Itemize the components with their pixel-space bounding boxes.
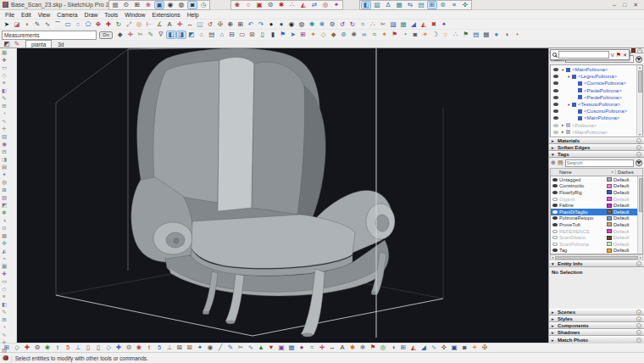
crate-icon[interactable]: ⊠ bbox=[247, 31, 258, 39]
visibility-eye-icon[interactable] bbox=[553, 68, 558, 71]
tag-dashes-value[interactable]: Default bbox=[613, 215, 637, 221]
diamond-tool-icon[interactable]: ◆ bbox=[115, 31, 125, 39]
snowb-icon[interactable]: ❄ bbox=[358, 343, 368, 352]
quarter-icon[interactable]: ◔ bbox=[512, 31, 522, 39]
gear-c-icon[interactable]: ⚙ bbox=[124, 343, 134, 352]
circle-icon[interactable]: ○ bbox=[73, 20, 83, 29]
tag-row[interactable]: GigantiDefault bbox=[551, 196, 637, 203]
camera-icon[interactable]: ◙ bbox=[187, 1, 197, 9]
tag-dashes-value[interactable]: Default bbox=[613, 242, 637, 247]
panel-header-scenes[interactable]: ▸ Scenes • bbox=[549, 309, 644, 316]
arrow-up-icon[interactable]: ▲ bbox=[256, 343, 266, 352]
spray-icon[interactable]: ∴ bbox=[287, 1, 297, 9]
tag-visibility-eye-icon[interactable] bbox=[552, 184, 558, 187]
next-view-icon[interactable]: ↷ bbox=[256, 20, 266, 29]
tag-row[interactable]: ProveTuftDefault bbox=[551, 221, 637, 228]
search-close-icon[interactable]: ✕ bbox=[623, 52, 627, 58]
delete-x-icon[interactable]: ✖ bbox=[429, 20, 439, 29]
outliner-item[interactable]: <MainPoltrona> bbox=[551, 114, 636, 121]
starc-icon[interactable]: ✱ bbox=[347, 343, 358, 352]
left-wave-icon[interactable]: ∿ bbox=[0, 118, 8, 126]
materials-detach-button[interactable]: • bbox=[636, 138, 641, 143]
ramp-icon[interactable]: ◢ bbox=[408, 20, 419, 29]
left-half-icon[interactable]: ◧ bbox=[0, 87, 8, 95]
gem-icon[interactable]: ◇ bbox=[319, 31, 329, 39]
tag-row[interactable]: ConstructioDefault bbox=[551, 183, 637, 190]
brush-icon[interactable]: ✎ bbox=[146, 31, 156, 39]
pointer-b-icon[interactable]: ➤ bbox=[288, 31, 298, 39]
menu-help[interactable]: Help bbox=[184, 12, 203, 18]
tag-color-swatch[interactable] bbox=[607, 177, 612, 182]
perp-icon[interactable]: ⊥ bbox=[73, 343, 83, 352]
soften-detach-button[interactable]: • bbox=[636, 145, 641, 150]
clock-icon[interactable]: ◷ bbox=[198, 1, 208, 9]
left-dense-icon[interactable]: ▩ bbox=[0, 232, 8, 240]
tag-visibility-eye-icon[interactable] bbox=[552, 204, 558, 207]
tape-measure-icon[interactable]: ⊢ bbox=[144, 20, 154, 29]
burst-icon[interactable]: ✱ bbox=[276, 1, 286, 9]
flip-icon[interactable]: ⇆ bbox=[405, 1, 415, 9]
outliner-item[interactable]: <CornicePoltrona> bbox=[551, 80, 636, 87]
previous-view-icon[interactable]: ↶ bbox=[246, 20, 256, 29]
scatter-icon[interactable]: ∴ bbox=[368, 20, 378, 29]
tag-color-swatch[interactable] bbox=[607, 190, 612, 194]
layers2-icon[interactable]: ▤ bbox=[471, 31, 481, 39]
frame-icon[interactable]: ▯ bbox=[258, 31, 268, 39]
tag-dashes-value[interactable]: Default bbox=[613, 197, 637, 202]
left-corner-icon[interactable]: ◩ bbox=[0, 202, 8, 209]
chip-icon[interactable]: ⊞ bbox=[427, 1, 437, 9]
plus2-icon[interactable]: ✚ bbox=[114, 343, 124, 352]
protractor-icon[interactable]: ∡ bbox=[154, 20, 164, 29]
left-cross2-icon[interactable]: ✜ bbox=[0, 240, 8, 248]
left-pie-icon[interactable]: ◔ bbox=[0, 110, 8, 118]
funnel-drop-icon[interactable]: ∇ bbox=[156, 31, 166, 39]
paint-flower-icon[interactable]: ❀ bbox=[232, 1, 242, 9]
tag-color-swatch[interactable] bbox=[607, 184, 612, 188]
visibility-eye-icon[interactable] bbox=[553, 131, 558, 134]
minimize-button[interactable]: – bbox=[613, 2, 616, 8]
outliner-detach-button[interactable]: • bbox=[637, 48, 642, 53]
squig-icon[interactable]: ≈ bbox=[307, 343, 317, 352]
tag-color-swatch[interactable] bbox=[607, 222, 612, 226]
push-pull-icon[interactable]: ✥ bbox=[93, 20, 103, 29]
dimension-icon[interactable]: ↔ bbox=[185, 20, 195, 29]
round-icon[interactable]: ● bbox=[491, 31, 502, 39]
thumb-icon[interactable]: ✦ bbox=[308, 31, 319, 39]
tag-visibility-eye-icon[interactable] bbox=[552, 191, 558, 194]
visibility-eye-icon[interactable] bbox=[553, 116, 558, 120]
panel-header-tags[interactable]: ▾ Tags • bbox=[549, 151, 644, 158]
quad-blue-icon[interactable]: ◧ bbox=[361, 1, 371, 9]
five2-icon[interactable]: 5 bbox=[154, 343, 164, 352]
tag-dashes-value[interactable]: Default bbox=[613, 235, 637, 240]
outliner-item[interactable]: <PiedePoltrona> bbox=[551, 94, 636, 101]
axes-mini-icon[interactable]: ◩ bbox=[2, 40, 12, 47]
tag-visibility-eye-icon[interactable] bbox=[552, 198, 558, 201]
visibility-eye-icon[interactable] bbox=[553, 75, 558, 78]
column-dashes[interactable]: Dashes bbox=[615, 170, 642, 175]
selection-frame-icon[interactable]: ⊞ bbox=[132, 1, 142, 9]
hook-icon[interactable]: ∿ bbox=[246, 343, 256, 352]
tag-visibility-eye-icon[interactable] bbox=[552, 210, 558, 214]
house-icon[interactable]: ⌂ bbox=[197, 31, 207, 39]
left-list-icon[interactable]: ≡ bbox=[0, 80, 8, 87]
visibility-eye-icon[interactable] bbox=[553, 109, 558, 113]
tag-row[interactable]: FallineDefault bbox=[551, 202, 637, 209]
tab-3d[interactable]: 3d bbox=[52, 40, 69, 47]
tags-detach-button[interactable]: • bbox=[636, 152, 641, 157]
loop-right-icon[interactable]: ↻ bbox=[347, 20, 358, 29]
textb-icon[interactable]: A bbox=[337, 343, 347, 352]
handb-icon[interactable]: ✠ bbox=[480, 343, 490, 352]
axes-icon[interactable]: ✛ bbox=[175, 20, 185, 29]
pyramid-icon[interactable]: ∆ bbox=[383, 1, 393, 9]
tag-dashes-value[interactable]: Default bbox=[613, 183, 637, 188]
shadow-sphere-icon[interactable]: ● bbox=[266, 20, 276, 29]
bulb-icon[interactable]: ○ bbox=[441, 31, 451, 39]
brushb-icon[interactable]: ✎ bbox=[225, 343, 236, 352]
globe2-icon[interactable]: ◔ bbox=[400, 31, 410, 39]
printer-icon[interactable]: ⊟ bbox=[227, 31, 237, 39]
tag-dashes-value[interactable]: Default bbox=[613, 209, 637, 215]
tag-dashes-value[interactable]: Default bbox=[613, 248, 637, 253]
tag-row[interactable]: PianiDiTaglioDefault bbox=[551, 209, 637, 215]
sel-box-icon[interactable]: ⊞ bbox=[2, 343, 12, 352]
comp-corner-icon[interactable]: ◩ bbox=[186, 31, 197, 39]
